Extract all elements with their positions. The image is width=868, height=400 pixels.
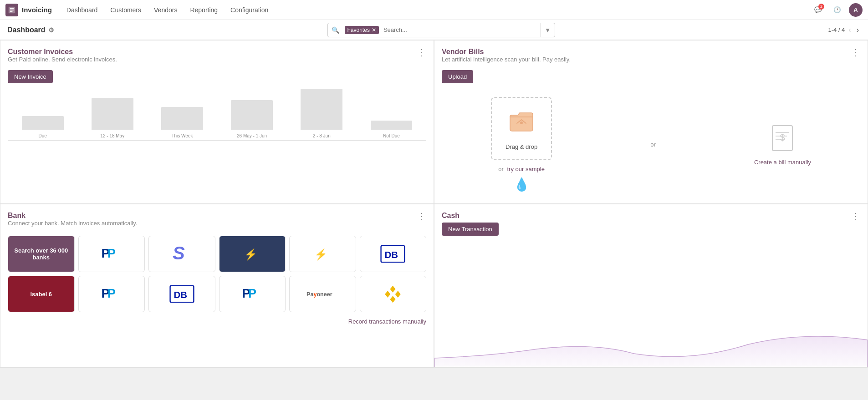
svg-text:DB: DB: [385, 250, 398, 260]
create-bill-link[interactable]: Create a bill manually: [754, 159, 811, 166]
bank-subtitle: Connect your bank. Match invoices automa…: [8, 220, 137, 227]
bar-label-26may: 26 May - 1 Jun: [237, 133, 267, 138]
drag-drop-label: Drag & drop: [505, 143, 537, 150]
bar-notdue: [371, 121, 413, 130]
bank-stripe[interactable]: S: [148, 236, 215, 272]
bar-label-2jun: 2 - 8 Jun: [313, 133, 331, 138]
search-icon: 🔍: [328, 26, 343, 34]
cash-menu[interactable]: ⋮: [851, 212, 860, 221]
cash-title: Cash: [442, 212, 460, 220]
svg-text:oneer: oneer: [317, 291, 332, 298]
try-sample-link[interactable]: try our sample: [507, 166, 545, 172]
bank-payoneer[interactable]: Pa y oneer: [289, 276, 356, 312]
bar-group-26may: 26 May - 1 Jun: [217, 100, 287, 138]
customer-invoices-menu[interactable]: ⋮: [417, 48, 426, 57]
bar-may: [92, 98, 133, 130]
or-try-text: or try our sample: [498, 166, 545, 172]
bank-wise-2[interactable]: ⚡: [289, 236, 356, 272]
vendor-bills-title: Vendor Bills: [442, 48, 571, 56]
isabel-tile-label: isabel 6: [30, 291, 52, 298]
cash-chart: [434, 304, 868, 367]
filter-tag[interactable]: Favorites ✕: [345, 26, 379, 34]
chat-button[interactable]: 💬 2: [811, 3, 825, 17]
bank-binance[interactable]: [360, 276, 427, 312]
bar-label-may: 12 - 18 May: [100, 133, 124, 138]
bar-group-notdue: Not Due: [357, 121, 426, 138]
top-navigation: Invoicing Dashboard Customers Vendors Re…: [0, 0, 868, 20]
bank-search-tile[interactable]: Search over 36 000 banks: [8, 236, 75, 272]
vendor-bills-menu[interactable]: ⋮: [851, 48, 860, 57]
bank-paypal-2[interactable]: P P: [78, 276, 145, 312]
or-text: or: [498, 166, 504, 172]
bar-label-due: Due: [38, 133, 46, 138]
invoice-bar-chart: Due 12 - 18 May This Week 26 May - 1 Jun…: [8, 91, 426, 141]
bank-db-2[interactable]: DB: [148, 276, 215, 312]
folder-icon: [508, 107, 535, 140]
svg-point-2: [520, 122, 523, 124]
cash-panel: Cash ⋮ New Transaction: [434, 204, 868, 368]
chat-badge: 2: [818, 4, 824, 10]
bank-panel-header: Bank Connect your bank. Match invoices a…: [8, 212, 426, 232]
bar-group-2jun: 2 - 8 Jun: [287, 89, 357, 138]
search-dropdown-icon[interactable]: ▼: [541, 23, 555, 37]
customer-invoices-panel: Customer Invoices Get Paid online. Send …: [0, 40, 434, 204]
bank-title-area: Bank Connect your bank. Match invoices a…: [8, 212, 137, 232]
svg-marker-27: [390, 296, 396, 303]
nav-configuration[interactable]: Configuration: [225, 4, 274, 16]
drop-box[interactable]: Drag & drop: [491, 97, 552, 160]
bar-thisweek: [161, 107, 203, 130]
svg-text:S: S: [173, 245, 185, 263]
bank-menu[interactable]: ⋮: [417, 212, 426, 221]
bank-paypal-3[interactable]: P P: [219, 276, 286, 312]
settings-icon[interactable]: ⚙: [48, 26, 54, 34]
cash-panel-header: Cash ⋮: [442, 212, 860, 221]
upload-button[interactable]: Upload: [442, 70, 473, 83]
bank-panel: Bank Connect your bank. Match invoices a…: [0, 204, 434, 368]
nav-customers[interactable]: Customers: [105, 4, 147, 16]
or-divider: or: [650, 141, 656, 148]
create-bill-area[interactable]: $ Create a bill manually: [754, 123, 811, 166]
svg-text:⚡: ⚡: [314, 248, 328, 260]
nav-reporting[interactable]: Reporting: [184, 4, 223, 16]
panel-title-area: Customer Invoices Get Paid online. Send …: [8, 48, 117, 68]
svg-marker-25: [385, 291, 391, 298]
page-title: Dashboard ⚙: [7, 26, 54, 34]
search-tile-label: Search over 36 000 banks: [12, 247, 71, 261]
drop-indicator-icon: 💧: [514, 177, 530, 192]
bar-2jun: [301, 89, 342, 130]
bank-paypal-1[interactable]: P P: [78, 236, 145, 272]
pagination-next[interactable]: ›: [855, 25, 861, 35]
bar-group-may: 12 - 18 May: [77, 98, 147, 138]
nav-dashboard[interactable]: Dashboard: [61, 4, 103, 16]
svg-text:P: P: [248, 287, 256, 300]
pagination: 1-4 / 4 ‹ ›: [828, 25, 861, 35]
bank-wise-1[interactable]: ⚡: [219, 236, 286, 272]
record-transactions-link[interactable]: Record transactions manually: [348, 318, 426, 325]
user-avatar[interactable]: A: [849, 3, 863, 17]
clock-button[interactable]: 🕐: [830, 3, 844, 17]
app-logo: [5, 4, 18, 16]
svg-marker-24: [390, 285, 396, 292]
bar-due: [22, 116, 64, 130]
svg-text:$: $: [780, 132, 785, 142]
svg-text:⚡: ⚡: [244, 248, 257, 260]
nav-vendors[interactable]: Vendors: [148, 4, 183, 16]
pagination-prev[interactable]: ‹: [847, 25, 853, 35]
new-transaction-button[interactable]: New Transaction: [442, 223, 499, 236]
filter-label: Favorites: [347, 27, 370, 33]
create-bill-icon: $: [769, 123, 796, 155]
record-link[interactable]: Record transactions manually: [8, 318, 426, 325]
search-bar: 🔍 Favorites ✕ ▼: [327, 23, 555, 37]
bar-label-notdue: Not Due: [383, 133, 400, 138]
customer-invoices-title: Customer Invoices: [8, 48, 117, 56]
drag-drop-area[interactable]: Drag & drop or try our sample 💧: [491, 97, 552, 192]
new-invoice-button[interactable]: New Invoice: [8, 70, 53, 83]
filter-close-icon[interactable]: ✕: [372, 27, 376, 33]
bank-db-1[interactable]: DB: [360, 236, 427, 272]
search-input[interactable]: [381, 26, 541, 33]
subheader: Dashboard ⚙ 🔍 Favorites ✕ ▼ 1-4 / 4 ‹ ›: [0, 20, 868, 40]
vendor-bills-panel: Vendor Bills Let artificial intelligence…: [434, 40, 868, 204]
pagination-count: 1-4 / 4: [828, 26, 845, 33]
bank-isabel[interactable]: isabel 6: [8, 276, 75, 312]
svg-marker-26: [395, 291, 401, 298]
